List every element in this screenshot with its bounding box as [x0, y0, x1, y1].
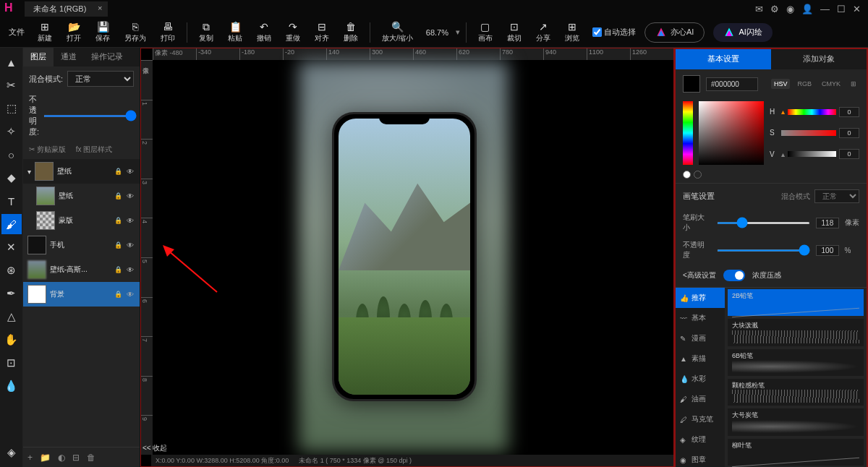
channels-tab[interactable]: 通道 — [54, 48, 84, 67]
compass-icon[interactable]: ◉ — [786, 4, 794, 14]
browse-button[interactable]: ⊞浏览 — [559, 20, 585, 45]
brush-opacity-value[interactable]: 100 — [816, 245, 838, 256]
mail-icon[interactable]: ✉ — [755, 4, 763, 14]
settings-icon[interactable]: ⚙ — [770, 4, 779, 14]
brush-opacity-slider[interactable] — [717, 249, 810, 252]
marquee-tool[interactable]: ⬚ — [1, 98, 22, 119]
brush-size-slider[interactable] — [717, 222, 810, 224]
close-icon[interactable]: ✕ — [853, 4, 861, 14]
layers-tab[interactable]: 图层 — [23, 48, 54, 67]
save-button[interactable]: 💾保存 — [90, 20, 116, 45]
brush-tool[interactable]: 🖌 — [1, 214, 22, 234]
collapse-button[interactable]: << 收起 — [142, 443, 167, 453]
cat-recommended[interactable]: 👍推荐 — [676, 288, 725, 308]
print-button[interactable]: 🖶打印 — [155, 20, 181, 45]
sat-slider[interactable] — [781, 130, 836, 136]
layer-item[interactable]: 手机🔒👁 — [23, 233, 140, 257]
move-tool[interactable]: ▲ — [1, 52, 22, 72]
paste-button[interactable]: 📋粘贴 — [222, 20, 248, 45]
new-button[interactable]: ⊞新建 — [32, 20, 58, 45]
layer-folder[interactable]: ▾壁纸🔒👁 — [23, 159, 140, 184]
saturation-box[interactable] — [699, 101, 764, 165]
advanced-toggle[interactable]: <高级设置 — [683, 270, 716, 280]
lasso-tool[interactable]: ○ — [1, 145, 22, 165]
saveas-button[interactable]: ⎘另存为 — [119, 20, 152, 45]
layer-item-selected[interactable]: 背景🔒👁 — [23, 282, 140, 307]
brush-chalk[interactable]: 颗粒感粉笔 — [728, 379, 864, 406]
auto-select-checkbox[interactable]: 自动选择 — [592, 27, 636, 38]
open-button[interactable]: 📂打开 — [61, 20, 87, 45]
cat-marker[interactable]: 🖊马克笔 — [676, 409, 725, 429]
undo-button[interactable]: ↶撤销 — [251, 20, 277, 45]
add-mask-icon[interactable]: ◐ — [58, 453, 65, 463]
brush-6b[interactable]: 6B铅笔 — [728, 349, 864, 376]
maximize-icon[interactable]: ☐ — [837, 4, 846, 14]
v-value[interactable]: 0 — [839, 149, 859, 159]
hue-strip[interactable] — [683, 101, 693, 165]
zoom-dropdown-icon[interactable]: ▾ — [456, 27, 460, 37]
brush-charcoal[interactable]: 大号炭笔 — [728, 408, 864, 435]
cat-oil[interactable]: 🖌油画 — [676, 389, 725, 409]
delete-button[interactable]: 🗑删除 — [338, 20, 364, 45]
pen-tool[interactable]: ✒ — [1, 283, 22, 304]
hand-tool[interactable]: ✋ — [1, 330, 22, 350]
layer-item[interactable]: 蒙版🔒👁 — [23, 208, 140, 233]
cat-manga[interactable]: ✎漫画 — [676, 328, 725, 348]
layers-icon[interactable]: ◈ — [1, 442, 22, 463]
brush-blend-select[interactable]: 正常 — [814, 189, 859, 203]
clone-tool[interactable]: ⊛ — [1, 260, 22, 280]
file-menu[interactable]: 文件 — [4, 27, 29, 38]
copy-button[interactable]: ⧉复制 — [193, 20, 219, 45]
redo-button[interactable]: ↷重做 — [280, 20, 306, 45]
crop-button[interactable]: ⊡裁切 — [501, 20, 527, 45]
text-tool[interactable]: T — [1, 191, 22, 211]
cat-stamp[interactable]: ◉图章 — [676, 450, 725, 467]
cat-watercolor[interactable]: 💧水彩 — [676, 369, 725, 389]
s-value[interactable]: 0 — [839, 128, 859, 138]
add-object-tab[interactable]: 添加对象 — [771, 49, 867, 69]
close-tab-icon[interactable]: × — [98, 4, 102, 12]
brush-2b[interactable]: 2B铅笔 — [728, 289, 864, 316]
clip-mask-button[interactable]: ✂ 剪贴蒙版 — [29, 145, 66, 155]
layer-item[interactable]: 壁纸🔒👁 — [23, 184, 140, 208]
canvas-button[interactable]: ▢画布 — [472, 20, 498, 45]
minimize-icon[interactable]: — — [820, 4, 830, 14]
wand-tool[interactable]: ✧ — [1, 121, 22, 142]
bucket-tool[interactable]: ◆ — [1, 168, 22, 188]
align-button[interactable]: ⊟对齐 — [309, 20, 335, 45]
opacity-slider[interactable] — [43, 115, 137, 117]
ai-shine-button[interactable]: AI闪绘 — [713, 23, 772, 42]
shape-tool[interactable]: △ — [1, 307, 22, 327]
grid-icon[interactable]: ⊞ — [848, 79, 859, 89]
zoom-button[interactable]: 🔍放大/缩小 — [376, 20, 419, 45]
cut-tool[interactable]: ✂ — [1, 75, 22, 95]
brush-splash[interactable]: 大块泼溅 — [728, 319, 864, 346]
cat-texture[interactable]: ◈纹理 — [676, 429, 725, 450]
add-layer-icon[interactable]: + — [27, 453, 33, 463]
cmyk-mode[interactable]: CMYK — [819, 79, 843, 89]
cat-basic[interactable]: 〰基本 — [676, 308, 725, 328]
eyedropper-tool[interactable]: 💧 — [1, 376, 22, 396]
color-swatch[interactable] — [683, 75, 700, 93]
zoom-value[interactable]: 68.7% — [422, 28, 453, 37]
eraser-tool[interactable]: ✕ — [1, 237, 22, 257]
canvas-area[interactable]: 像素 -480-340-180-201403004606207809401100… — [140, 48, 674, 467]
rgb-mode[interactable]: RGB — [794, 79, 814, 89]
history-tab[interactable]: 操作记录 — [84, 48, 130, 67]
hsv-mode[interactable]: HSV — [771, 79, 791, 89]
blend-mode-select[interactable]: 正常 — [67, 71, 134, 87]
layer-item[interactable]: 壁纸-高斯...🔒👁 — [23, 257, 140, 282]
ai-button[interactable]: 亦心AI — [644, 22, 705, 43]
cat-sketch[interactable]: ▲素描 — [676, 348, 725, 369]
crop-tool[interactable]: ⊡ — [1, 353, 22, 373]
file-tab[interactable]: 未命名 1(RGB) × — [25, 1, 108, 17]
brush-willow[interactable]: 柳叶笔 — [728, 439, 864, 466]
merge-icon[interactable]: ⊟ — [72, 453, 80, 463]
basic-settings-tab[interactable]: 基本设置 — [676, 49, 771, 69]
brush-size-value[interactable]: 118 — [816, 218, 838, 228]
add-folder-icon[interactable]: 📁 — [40, 453, 51, 463]
val-slider[interactable] — [788, 151, 836, 157]
user-icon[interactable]: 👤 — [801, 4, 813, 14]
h-value[interactable]: 0 — [839, 107, 859, 117]
delete-layer-icon[interactable]: 🗑 — [87, 453, 95, 463]
